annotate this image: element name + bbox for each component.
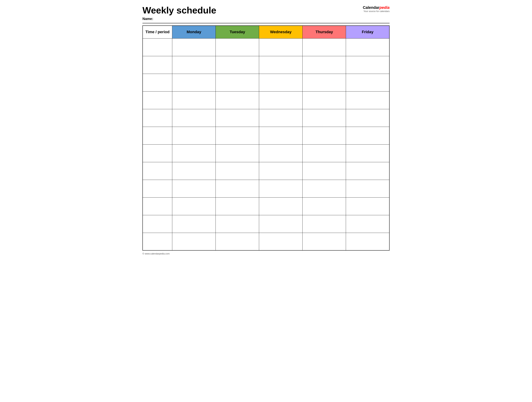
- schedule-cell[interactable]: [172, 56, 216, 74]
- schedule-cell[interactable]: [303, 127, 346, 144]
- table-row: [143, 127, 389, 144]
- time-cell[interactable]: [143, 197, 172, 215]
- schedule-cell[interactable]: [172, 127, 216, 144]
- schedule-cell[interactable]: [303, 91, 346, 109]
- table-row: [143, 38, 389, 56]
- table-row: [143, 56, 389, 74]
- col-header-tuesday: Tuesday: [216, 26, 259, 38]
- time-cell[interactable]: [143, 38, 172, 56]
- schedule-cell[interactable]: [216, 162, 259, 180]
- schedule-cell[interactable]: [259, 197, 303, 215]
- schedule-cell[interactable]: [303, 233, 346, 250]
- schedule-cell[interactable]: [303, 109, 346, 127]
- schedule-cell[interactable]: [346, 109, 389, 127]
- schedule-cell[interactable]: [303, 180, 346, 197]
- time-cell[interactable]: [143, 127, 172, 144]
- col-header-friday: Friday: [346, 26, 389, 38]
- logo-tagline: Your source for calendars: [363, 10, 390, 13]
- table-row: [143, 233, 389, 250]
- schedule-cell[interactable]: [303, 74, 346, 91]
- footer: © www.calendarpedia.com: [142, 252, 390, 255]
- schedule-cell[interactable]: [172, 144, 216, 162]
- header-section: Weekly schedule Name: Calendarpedia Your…: [142, 5, 390, 21]
- col-header-wednesday: Wednesday: [259, 26, 303, 38]
- time-cell[interactable]: [143, 215, 172, 233]
- schedule-cell[interactable]: [259, 233, 303, 250]
- schedule-cell[interactable]: [172, 74, 216, 91]
- schedule-cell[interactable]: [172, 109, 216, 127]
- schedule-cell[interactable]: [346, 144, 389, 162]
- schedule-cell[interactable]: [346, 197, 389, 215]
- schedule-cell[interactable]: [172, 215, 216, 233]
- time-cell[interactable]: [143, 56, 172, 74]
- schedule-cell[interactable]: [346, 56, 389, 74]
- time-cell[interactable]: [143, 74, 172, 91]
- col-header-time: Time / period: [143, 26, 172, 38]
- time-cell[interactable]: [143, 233, 172, 250]
- time-cell[interactable]: [143, 144, 172, 162]
- schedule-cell[interactable]: [216, 197, 259, 215]
- schedule-cell[interactable]: [259, 144, 303, 162]
- schedule-cell[interactable]: [172, 91, 216, 109]
- schedule-cell[interactable]: [303, 162, 346, 180]
- schedule-cell[interactable]: [303, 56, 346, 74]
- schedule-cell[interactable]: [216, 56, 259, 74]
- header-divider: [142, 23, 390, 23]
- schedule-cell[interactable]: [259, 38, 303, 56]
- schedule-cell[interactable]: [216, 109, 259, 127]
- col-header-thursday: Thursday: [303, 26, 346, 38]
- name-label: Name:: [142, 17, 216, 21]
- schedule-cell[interactable]: [346, 180, 389, 197]
- schedule-cell[interactable]: [172, 233, 216, 250]
- table-row: [143, 197, 389, 215]
- schedule-cell[interactable]: [303, 197, 346, 215]
- time-cell[interactable]: [143, 91, 172, 109]
- schedule-cell[interactable]: [346, 91, 389, 109]
- schedule-cell[interactable]: [259, 162, 303, 180]
- schedule-cell[interactable]: [216, 233, 259, 250]
- schedule-cell[interactable]: [259, 109, 303, 127]
- schedule-cell[interactable]: [346, 74, 389, 91]
- table-row: [143, 180, 389, 197]
- table-row: [143, 109, 389, 127]
- logo-part1: Calendar: [363, 5, 379, 10]
- title-area: Weekly schedule Name:: [142, 5, 216, 21]
- time-cell[interactable]: [143, 162, 172, 180]
- schedule-cell[interactable]: [346, 127, 389, 144]
- schedule-cell[interactable]: [259, 91, 303, 109]
- schedule-cell[interactable]: [346, 162, 389, 180]
- logo-area: Calendarpedia Your source for calendars: [363, 5, 390, 13]
- schedule-cell[interactable]: [303, 215, 346, 233]
- schedule-cell[interactable]: [346, 215, 389, 233]
- schedule-cell[interactable]: [346, 233, 389, 250]
- schedule-cell[interactable]: [216, 215, 259, 233]
- schedule-cell[interactable]: [172, 38, 216, 56]
- table-row: [143, 74, 389, 91]
- time-cell[interactable]: [143, 109, 172, 127]
- schedule-cell[interactable]: [259, 127, 303, 144]
- schedule-cell[interactable]: [216, 144, 259, 162]
- time-cell[interactable]: [143, 180, 172, 197]
- schedule-cell[interactable]: [172, 180, 216, 197]
- schedule-cell[interactable]: [303, 144, 346, 162]
- table-body: [143, 38, 389, 250]
- schedule-table: Time / period Monday Tuesday Wednesday T…: [142, 26, 390, 251]
- schedule-cell[interactable]: [216, 180, 259, 197]
- schedule-cell[interactable]: [216, 38, 259, 56]
- schedule-cell[interactable]: [172, 197, 216, 215]
- schedule-cell[interactable]: [259, 56, 303, 74]
- table-row: [143, 162, 389, 180]
- logo-part2: pedia: [380, 5, 390, 10]
- schedule-cell[interactable]: [346, 38, 389, 56]
- schedule-cell[interactable]: [303, 38, 346, 56]
- header-row: Time / period Monday Tuesday Wednesday T…: [143, 26, 389, 38]
- schedule-cell[interactable]: [259, 180, 303, 197]
- page-container: Weekly schedule Name: Calendarpedia Your…: [142, 5, 390, 255]
- schedule-cell[interactable]: [259, 74, 303, 91]
- page-title: Weekly schedule: [142, 5, 216, 15]
- schedule-cell[interactable]: [259, 215, 303, 233]
- schedule-cell[interactable]: [172, 162, 216, 180]
- schedule-cell[interactable]: [216, 127, 259, 144]
- schedule-cell[interactable]: [216, 74, 259, 91]
- schedule-cell[interactable]: [216, 91, 259, 109]
